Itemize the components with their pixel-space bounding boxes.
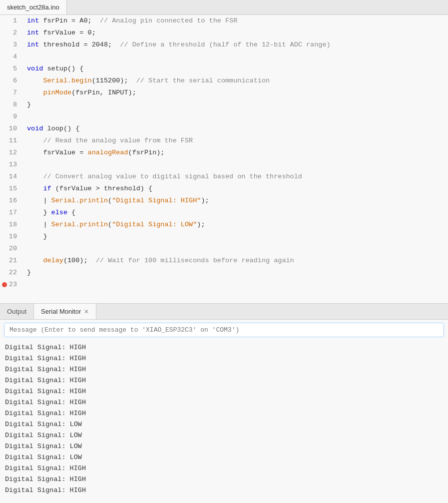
line-number: 9 — [0, 111, 25, 123]
str-token: "Digital Signal: HIGH" — [112, 197, 201, 204]
serial-output-line: Digital Signal: LOW — [5, 430, 443, 441]
code-line: 23 — [0, 279, 448, 291]
line-code: void setup() { — [25, 63, 83, 75]
line-number: 4 — [0, 51, 25, 63]
line-code: } — [25, 267, 31, 279]
cm-token: // Start the serial communication — [136, 77, 270, 84]
panel-tab-serial-monitor[interactable]: Serial Monitor✕ — [34, 304, 96, 319]
panel-tab-label: Serial Monitor — [41, 308, 81, 315]
code-line: 5void setup() { — [0, 63, 448, 75]
code-line: 6 Serial.begin(115200); // Start the ser… — [0, 75, 448, 87]
line-number: 7 — [0, 87, 25, 99]
line-code: int fsrPin = A0; // Analog pin connected… — [25, 15, 237, 27]
fn-token: pinMode — [43, 89, 71, 96]
line-code: void loop() { — [25, 123, 79, 135]
line-number: 3 — [0, 39, 25, 51]
serial-output-line: Digital Signal: HIGH — [5, 364, 443, 375]
code-line: 17 } else { — [0, 207, 448, 219]
serial-output-line: Digital Signal: HIGH — [5, 408, 443, 419]
serial-output-line: Digital Signal: HIGH — [5, 474, 443, 485]
line-number: 5 — [0, 63, 25, 75]
line-number: 13 — [0, 159, 25, 171]
line-code: } — [25, 99, 31, 111]
serial-output-line: Digital Signal: HIGH — [5, 386, 443, 397]
code-line: 21 delay(100); // Wait for 100 milliseco… — [0, 255, 448, 267]
editor-area: 1int fsrPin = A0; // Analog pin connecte… — [0, 15, 448, 303]
serial-output-line: Digital Signal: LOW — [5, 452, 443, 463]
line-code: int fsrValue = 0; — [25, 27, 96, 39]
line-number: 11 — [0, 135, 25, 147]
fn-token: analogRead — [88, 149, 128, 156]
line-code: } — [25, 231, 47, 243]
code-line: 4 — [0, 51, 448, 63]
line-number: 22 — [0, 267, 25, 279]
serial-output-line: Digital Signal: HIGH — [5, 342, 443, 353]
line-number: 12 — [0, 147, 25, 159]
code-line: 14 // Convert analog value to digital si… — [0, 171, 448, 183]
cm-token: // Define a threshold (half of the 12-bi… — [120, 41, 330, 48]
code-line: 2int fsrValue = 0; — [0, 27, 448, 39]
cm-token: // Read the analog value from the FSR — [43, 137, 193, 144]
line-number: 2 — [0, 27, 25, 39]
line-number: 16 — [0, 195, 25, 207]
panel-tab-bar: OutputSerial Monitor✕ — [0, 304, 448, 320]
editor-tab[interactable]: sketch_oct28a.ino — [0, 0, 67, 14]
code-line: 8} — [0, 99, 448, 111]
line-code: | Serial.println("Digital Signal: LOW"); — [25, 219, 205, 231]
serial-output-line: Digital Signal: HIGH — [5, 463, 443, 474]
serial-output-line: Digital Signal: HIGH — [5, 485, 443, 496]
code-line: 13 — [0, 159, 448, 171]
serial-output-line: Digital Signal: HIGH — [5, 353, 443, 364]
line-number: 18 — [0, 219, 25, 231]
kw-token: void — [27, 65, 43, 72]
bottom-panel: OutputSerial Monitor✕ Digital Signal: HI… — [0, 303, 448, 503]
str-token: "Digital Signal: LOW" — [112, 221, 197, 228]
code-line: 11 // Read the analog value from the FSR — [0, 135, 448, 147]
line-number: 10 — [0, 123, 25, 135]
fn-token: Serial.begin — [43, 77, 91, 84]
kw-token: void — [27, 125, 43, 132]
kw-token: int — [27, 41, 39, 48]
editor-tab-label: sketch_oct28a.ino — [7, 3, 59, 11]
line-number: 17 — [0, 207, 25, 219]
serial-output-line: Digital Signal: LOW — [5, 441, 443, 452]
serial-output-line: Digital Signal: HIGH — [5, 397, 443, 408]
fn-token: Serial.println — [51, 197, 108, 204]
code-line: 19 } — [0, 231, 448, 243]
serial-output: Digital Signal: HIGHDigital Signal: HIGH… — [0, 340, 448, 503]
panel-tab-close-icon[interactable]: ✕ — [84, 308, 89, 315]
line-code: delay(100); // Wait for 100 milliseconds… — [25, 255, 294, 267]
line-number: 14 — [0, 171, 25, 183]
serial-output-line: Digital Signal: HIGH — [5, 375, 443, 386]
line-code: if (fsrValue > threshold) { — [25, 183, 152, 195]
serial-message-input[interactable] — [4, 323, 444, 337]
line-number: 1 — [0, 15, 25, 27]
code-line: 10void loop() { — [0, 123, 448, 135]
kw-token: int — [27, 29, 39, 36]
code-line: 18 | Serial.println("Digital Signal: LOW… — [0, 219, 448, 231]
cm-token: // Analog pin connected to the FSR — [100, 17, 237, 24]
kw-token: else — [51, 209, 67, 216]
breakpoint-dot — [2, 282, 7, 287]
line-code: Serial.begin(115200); // Start the seria… — [25, 75, 270, 87]
message-input-wrap — [0, 320, 448, 340]
code-line: 20 — [0, 243, 448, 255]
kw-token: if — [43, 185, 51, 192]
code-line: 15 if (fsrValue > threshold) { — [0, 183, 448, 195]
line-number: 20 — [0, 243, 25, 255]
code-line: 22} — [0, 267, 448, 279]
code-area: 1int fsrPin = A0; // Analog pin connecte… — [0, 15, 448, 303]
line-number: 23 — [0, 279, 25, 291]
panel-tab-output[interactable]: Output — [0, 304, 34, 319]
line-code: int threshold = 2048; // Define a thresh… — [25, 39, 331, 51]
line-number: 8 — [0, 99, 25, 111]
line-number: 6 — [0, 75, 25, 87]
line-number: 21 — [0, 255, 25, 267]
line-code: // Convert analog value to digital signa… — [25, 171, 302, 183]
fn-token: delay — [43, 257, 63, 264]
line-code: pinMode(fsrPin, INPUT); — [25, 87, 136, 99]
serial-output-line: Digital Signal: LOW — [5, 419, 443, 430]
code-line: 1int fsrPin = A0; // Analog pin connecte… — [0, 15, 448, 27]
panel-tab-label: Output — [7, 308, 26, 315]
cm-token: // Convert analog value to digital signa… — [43, 173, 302, 180]
